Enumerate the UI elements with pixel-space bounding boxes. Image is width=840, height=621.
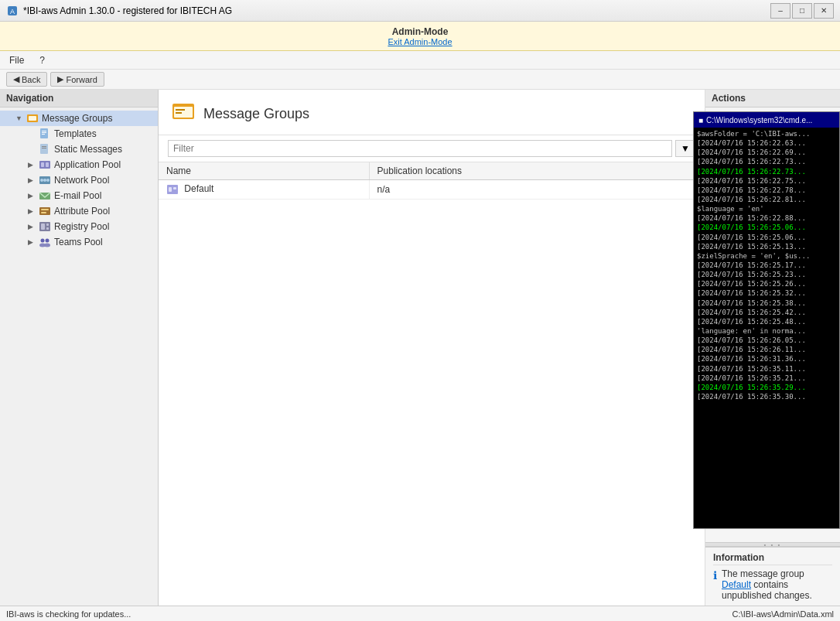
- tree-arrow-teams-pool: ▶: [28, 238, 36, 246]
- status-left-text: IBI-aws is checking for updates...: [6, 609, 131, 619]
- menu-help[interactable]: ?: [36, 53, 48, 67]
- col-header-pub-locations: Publication locations: [369, 162, 704, 180]
- cmd-line: [2024/07/16 15:26:22.69...: [697, 148, 836, 157]
- attribute-pool-icon: [39, 205, 51, 217]
- tree-arrow-message-groups: ▼: [15, 114, 23, 122]
- status-right-text: C:\IBI-aws\Admin\Data.xml: [732, 609, 834, 619]
- sidebar-item-message-groups[interactable]: ▼ Message Groups: [0, 111, 158, 126]
- filter-bar: ▼: [159, 135, 705, 162]
- cmd-line: [2024/07/16 15:26:22.73...: [697, 157, 836, 166]
- svg-rect-12: [41, 162, 44, 167]
- static-messages-icon: [39, 143, 51, 155]
- table-header-row: Name Publication locations: [159, 162, 705, 180]
- back-arrow-icon: ◀: [13, 74, 19, 84]
- table-row[interactable]: Default n/a: [159, 180, 705, 200]
- forward-label: Forward: [66, 75, 97, 84]
- filter-input[interactable]: [168, 140, 672, 157]
- sidebar-item-static-messages[interactable]: Static Messages: [0, 142, 158, 157]
- svg-rect-8: [40, 144, 48, 154]
- table-cell-name: Default: [159, 180, 369, 200]
- cmd-line: [2024/07/16 15:26:25.32...: [697, 288, 836, 298]
- cmd-line: [2024/07/16 15:26:26.05...: [697, 336, 836, 345]
- status-bar: IBI-aws is checking for updates... C:\IB…: [0, 606, 840, 621]
- svg-rect-9: [42, 146, 46, 147]
- svg-rect-23: [41, 223, 45, 230]
- menu-bar: File ?: [0, 51, 840, 70]
- message-groups-icon: [26, 112, 39, 125]
- sidebar-item-application-pool[interactable]: ▶ Application Pool: [0, 157, 158, 172]
- svg-rect-13: [46, 162, 49, 167]
- sidebar-item-teams-pool[interactable]: ▶ Teams Pool: [0, 234, 158, 250]
- info-icon: ℹ: [713, 569, 717, 582]
- sidebar-header: Navigation: [0, 90, 158, 107]
- window-controls: – □ ✕: [770, 3, 834, 19]
- cmd-line: $zielSprache = 'en', $us...: [697, 251, 836, 261]
- data-table: Name Publication locations Default n/a: [159, 162, 705, 606]
- svg-rect-4: [40, 128, 48, 138]
- cmd-line: [2024/07/16 15:26:25.17...: [697, 261, 836, 270]
- table-cell-pub-locations: n/a: [369, 180, 704, 200]
- sidebar-tree: ▼ Message Groups Templates: [0, 107, 158, 606]
- svg-rect-10: [42, 148, 46, 148]
- cmd-line: $language = 'en': [697, 204, 836, 213]
- sidebar-item-label-templates: Templates: [54, 128, 97, 139]
- forward-arrow-icon: ▶: [57, 74, 63, 84]
- svg-rect-25: [46, 227, 49, 230]
- cmd-line: [2024/07/16 15:26:25.26...: [697, 279, 836, 288]
- tree-arrow-registry-pool: ▶: [28, 223, 36, 230]
- cmd-line: [2024/07/16 15:26:25.38...: [697, 299, 836, 308]
- page-header: Message Groups: [159, 90, 705, 135]
- title-bar-left: A *IBI-aws Admin 1.30.0 - registered for…: [6, 5, 232, 17]
- svg-rect-6: [42, 132, 46, 133]
- info-default-link[interactable]: Default: [722, 579, 751, 590]
- email-pool-icon: [39, 189, 51, 202]
- sidebar-item-email-pool[interactable]: ▶ E-mail Pool: [0, 188, 158, 203]
- svg-rect-20: [41, 209, 49, 210]
- back-button[interactable]: ◀ Back: [6, 72, 47, 87]
- sidebar-item-attribute-pool[interactable]: ▶ Attribute Pool: [0, 203, 158, 219]
- templates-icon: [39, 128, 51, 140]
- sidebar-item-label-registry-pool: Registry Pool: [54, 221, 109, 232]
- sidebar-item-label-application-pool: Application Pool: [54, 159, 121, 170]
- teams-pool-icon: [39, 236, 51, 248]
- registry-pool-icon: [39, 220, 51, 233]
- cmd-line: [2024/07/16 15:26:25.42...: [697, 308, 836, 317]
- sidebar-item-templates[interactable]: Templates: [0, 126, 158, 142]
- tree-arrow-application-pool: ▶: [28, 161, 36, 169]
- cmd-line: [2024/07/16 15:26:25.48...: [697, 317, 836, 326]
- cmd-line: [2024/07/16 15:26:25.06...: [697, 223, 836, 232]
- navigation-bar: ◀ Back ▶ Forward: [0, 70, 840, 90]
- svg-point-27: [46, 239, 50, 243]
- svg-rect-5: [42, 131, 46, 131]
- svg-rect-36: [173, 187, 176, 189]
- svg-rect-21: [41, 212, 46, 213]
- close-button[interactable]: ✕: [814, 3, 834, 19]
- maximize-button[interactable]: □: [792, 3, 812, 19]
- page-title: Message Groups: [203, 106, 309, 122]
- minimize-button[interactable]: –: [770, 3, 790, 19]
- exit-admin-mode-link[interactable]: Exit Admin-Mode: [388, 37, 452, 46]
- cmd-line: [2024/07/16 15:26:35.30...: [697, 392, 836, 401]
- admin-mode-title: Admin-Mode: [392, 26, 449, 37]
- sidebar-item-label-email-pool: E-mail Pool: [54, 190, 101, 201]
- cmd-title-text: C:\Windows\system32\cmd.e...: [706, 116, 812, 125]
- svg-point-17: [46, 179, 50, 182]
- sidebar-item-label-attribute-pool: Attribute Pool: [54, 206, 110, 217]
- cmd-line: [2024/07/16 15:26:25.23...: [697, 270, 836, 279]
- forward-button[interactable]: ▶ Forward: [50, 72, 104, 87]
- row-icon: [166, 183, 181, 194]
- cmd-content: $awsFolder = 'C:\IBI-aws...[2024/07/16 1…: [694, 128, 839, 528]
- sidebar-item-network-pool[interactable]: ▶ Network Pool: [0, 172, 158, 188]
- sidebar-item-label-teams-pool: Teams Pool: [54, 237, 103, 247]
- cmd-line: [2024/07/16 15:26:26.11...: [697, 345, 836, 354]
- svg-rect-24: [46, 223, 49, 226]
- cmd-line: [2024/07/16 15:26:35.21...: [697, 374, 836, 383]
- cmd-line: [2024/07/16 15:26:22.75...: [697, 176, 836, 186]
- sidebar-item-registry-pool[interactable]: ▶ Registry Pool: [0, 219, 158, 234]
- svg-rect-33: [176, 112, 182, 114]
- sidebar-item-label-message-groups: Message Groups: [42, 113, 112, 124]
- cmd-line: [2024/07/16 15:26:35.11...: [697, 364, 836, 374]
- network-pool-icon: [39, 174, 51, 186]
- sidebar: Navigation ▼ Message Groups Templates: [0, 90, 159, 606]
- menu-file[interactable]: File: [6, 53, 27, 67]
